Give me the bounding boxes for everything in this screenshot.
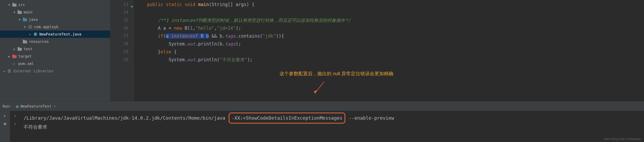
maven-icon: m <box>12 61 17 66</box>
annotation-arrow-icon <box>312 80 328 96</box>
svg-rect-20 <box>10 69 11 73</box>
line-number: 14 <box>124 10 128 15</box>
svg-rect-5 <box>23 18 25 19</box>
svg-text:m: m <box>13 62 15 66</box>
tree-label: java <box>29 17 38 22</box>
svg-rect-18 <box>8 69 9 73</box>
tree-node-target[interactable]: ▶ target <box>0 53 110 60</box>
tree-node-resources[interactable]: resources <box>0 38 110 45</box>
tree-node-main[interactable]: ▼ main <box>0 8 110 16</box>
run-nav: ↑ ↓ <box>10 111 20 142</box>
svg-point-7 <box>30 26 31 27</box>
chevron-right-icon: ▶ <box>13 48 16 50</box>
tree-label: External Libraries <box>14 69 53 73</box>
arrow-up-icon[interactable]: ↑ <box>14 114 16 118</box>
package-icon <box>28 24 33 29</box>
line-number: 13 <box>124 2 128 7</box>
rerun-icon[interactable]: ▶ <box>4 114 6 118</box>
code-line: if(a instanceof B b && b.tags.contains("… <box>134 32 644 40</box>
tree-node-pom[interactable]: m pom.xml <box>0 60 110 67</box>
chevron-down-icon: ▼ <box>18 18 22 21</box>
code-line: }else { <box>134 48 644 56</box>
line-number: 18 <box>124 42 128 46</box>
svg-text:C: C <box>34 33 36 36</box>
run-toolbar: ▶ ■ <box>0 111 10 142</box>
svg-rect-16 <box>12 54 14 55</box>
tree-node-package[interactable]: ▼ com.appleyk <box>0 23 110 31</box>
svg-rect-4 <box>23 18 27 21</box>
run-tab-bar: Run: ▦ NewFeatureTest ✕ <box>0 102 644 111</box>
highlighted-jvm-arg: -XX:+ShowCodeDetailsInExceptionMessages <box>229 113 345 124</box>
stop-icon[interactable]: ■ <box>4 121 6 126</box>
line-number: 19 <box>124 49 128 54</box>
code-line: System.out.println("不符合要求"); <box>134 56 644 64</box>
svg-line-21 <box>315 82 324 93</box>
svg-rect-0 <box>12 4 17 7</box>
tree-label: src <box>18 3 25 7</box>
code-line: public static void main(String[] args) { <box>134 1 644 8</box>
code-line <box>134 8 644 16</box>
code-area[interactable]: public static void main(String[] args) {… <box>134 0 644 101</box>
tree-node-java[interactable]: ▼ java <box>0 16 110 23</box>
gutter-run-icon[interactable]: ▶ <box>131 2 133 10</box>
code-line: System.out.println(b.tags); <box>134 40 644 48</box>
java-class-icon: C <box>33 32 38 37</box>
line-number: 15 <box>124 18 128 23</box>
excluded-folder-icon <box>12 54 17 59</box>
run-label: Run: <box>3 104 12 108</box>
tree-label: pom.xml <box>18 62 34 66</box>
svg-rect-11 <box>23 40 25 41</box>
library-icon <box>7 69 12 73</box>
tree-node-src[interactable]: ▼ src <box>0 1 110 8</box>
run-tool-window: Run: ▦ NewFeatureTest ✕ ▶ ■ ↑ ↓ /Library… <box>0 101 644 142</box>
code-editor[interactable]: 13▶ 14 15 16 17 18 19 20 public static v… <box>110 0 644 101</box>
tree-label: com.appleyk <box>34 25 58 29</box>
console-output[interactable]: /Library/Java/JavaVirtualMachines/jdk-14… <box>20 111 644 142</box>
tree-node-test[interactable]: ▶ test <box>0 45 110 53</box>
arrow-down-icon[interactable]: ↓ <box>14 121 16 126</box>
svg-rect-13 <box>18 48 22 51</box>
run-icon[interactable]: ▶ <box>28 33 32 36</box>
code-line: A a = new B(1,"hello","jd=14"); <box>134 24 644 32</box>
svg-rect-3 <box>18 10 19 11</box>
annotation-text: 这个参数配置后，抛出的 null 异常定位错误会更加精确 <box>280 70 393 77</box>
resources-folder-icon <box>23 39 27 44</box>
folder-icon <box>17 47 22 51</box>
svg-rect-15 <box>12 55 17 58</box>
chevron-down-icon: ▼ <box>23 26 27 28</box>
console-line: /Library/Java/JavaVirtualMachines/jdk-14… <box>24 115 394 121</box>
watermark: https://blog.csdn.net/Appleyk <box>604 137 641 140</box>
svg-rect-19 <box>9 69 10 73</box>
line-number: 17 <box>124 34 128 38</box>
tree-label: resources <box>29 39 49 44</box>
code-line: /**1 instanceof判断类型的时候，默认将类型进行转换，而且还可以追加… <box>134 16 644 24</box>
line-number: 20 <box>124 57 128 62</box>
line-number: 16 <box>124 26 128 31</box>
tree-node-external-libs[interactable]: ▶ External Libraries <box>0 67 110 75</box>
chevron-down-icon: ▼ <box>13 11 16 14</box>
svg-rect-12 <box>25 41 26 43</box>
chevron-down-icon: ▼ <box>7 3 11 6</box>
chevron-right-icon: ▶ <box>7 55 11 58</box>
tree-label: target <box>18 54 32 58</box>
run-tab[interactable]: ▦ NewFeatureTest ✕ <box>16 104 56 108</box>
tree-label: main <box>24 10 33 14</box>
folder-icon <box>12 2 17 7</box>
folder-icon <box>17 10 22 14</box>
tree-label: test <box>24 47 33 51</box>
project-tree[interactable]: ▼ src ▼ main ▼ java ▼ com.appleyk <box>0 0 110 101</box>
source-folder-icon <box>23 17 27 22</box>
svg-rect-1 <box>12 3 14 4</box>
editor-gutter[interactable]: 13▶ 14 15 16 17 18 19 20 <box>110 0 134 101</box>
application-icon: ▦ <box>16 104 18 108</box>
run-tab-label: NewFeatureTest <box>20 104 51 108</box>
tree-node-class-selected[interactable]: ▶ C NewFeatureTest.java <box>0 31 110 38</box>
tree-label: NewFeatureTest.java <box>39 32 81 36</box>
chevron-right-icon: ▶ <box>3 70 6 73</box>
close-icon[interactable]: ✕ <box>53 104 56 108</box>
console-line: 不符合要求 <box>24 124 47 130</box>
svg-rect-14 <box>18 47 19 48</box>
svg-rect-2 <box>18 11 22 14</box>
